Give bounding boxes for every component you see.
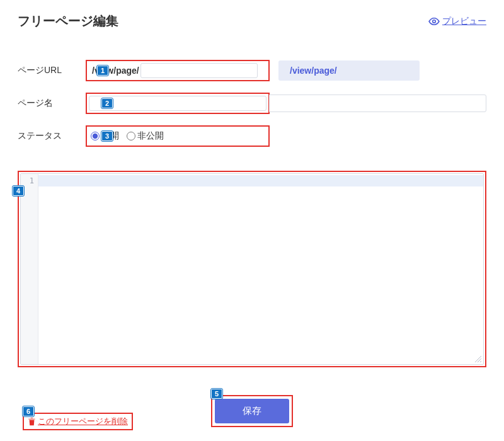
editor-textarea[interactable] xyxy=(38,174,483,364)
code-editor[interactable]: 1 xyxy=(20,173,484,365)
eye-icon xyxy=(428,16,440,27)
url-preview: /view/page/ xyxy=(278,60,420,81)
svg-point-0 xyxy=(433,20,436,23)
status-public-radio[interactable] xyxy=(91,132,100,140)
save-button[interactable]: 保存 xyxy=(215,399,289,423)
name-input[interactable] xyxy=(89,96,266,111)
status-private-label: 非公開 xyxy=(137,130,164,142)
status-private-radio[interactable] xyxy=(127,132,135,140)
marker-3: 3 xyxy=(101,131,113,141)
url-field-box: /view/page/ xyxy=(86,60,270,81)
line-number: 1 xyxy=(21,176,34,185)
status-field-box: 公開 非公開 xyxy=(86,125,270,147)
marker-1: 1 xyxy=(97,66,108,76)
resize-handle-icon[interactable] xyxy=(474,355,482,363)
page-title: フリーページ編集 xyxy=(18,13,118,30)
status-private[interactable]: 非公開 xyxy=(127,130,164,142)
delete-link[interactable]: このフリーページを削除 xyxy=(38,416,128,427)
trash-icon xyxy=(28,417,36,426)
marker-2: 2 xyxy=(101,98,113,108)
preview-label: プレビュー xyxy=(442,16,486,27)
editor-gutter: 1 xyxy=(21,174,38,364)
name-field-box xyxy=(86,93,270,114)
save-box: 5 保存 xyxy=(211,395,293,427)
url-label: ページURL xyxy=(18,65,86,76)
name-input-extend[interactable] xyxy=(269,94,486,112)
name-label: ページ名 xyxy=(18,98,86,109)
preview-link[interactable]: プレビュー xyxy=(428,16,486,27)
marker-4: 4 xyxy=(13,186,24,196)
url-input[interactable] xyxy=(140,63,258,78)
editor-box: 4 1 xyxy=(18,171,486,367)
marker-5: 5 xyxy=(211,389,222,399)
marker-6: 6 xyxy=(23,406,34,416)
status-label: ステータス xyxy=(18,130,86,142)
delete-box: 6 このフリーページを削除 xyxy=(23,413,133,430)
